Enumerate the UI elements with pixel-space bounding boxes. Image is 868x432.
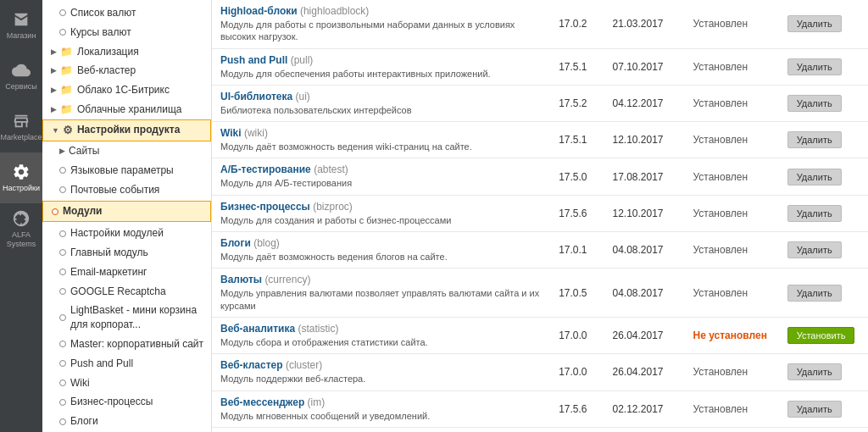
module-status: Установлен (686, 232, 778, 269)
nav-item-oblachnye[interactable]: ▶ 📁 Облачные хранилища (42, 100, 211, 119)
nav-item-yazykovye[interactable]: Языковые параметры (42, 161, 211, 180)
nav-item-nastrojki-produkta[interactable]: ▼ ⚙ Настройки продукта (42, 119, 211, 141)
table-row: UI-библиотека (ui)Библиотека пользовател… (212, 85, 868, 121)
nav-item-pochtovye[interactable]: Почтовые события (42, 180, 211, 200)
module-status: Установлен (686, 354, 778, 390)
sidebar-icon-marketplace[interactable]: Marketplace (0, 102, 42, 152)
sidebar-icon-magasin[interactable]: Магазин (0, 0, 42, 51)
module-status: Установлен (686, 0, 778, 48)
nav-item-kursy-valyut[interactable]: Курсы валют (42, 23, 211, 42)
nav-bullet (59, 399, 66, 406)
module-action-cell: Установить (779, 317, 868, 353)
nav-bullet (52, 208, 58, 215)
module-action-cell: Удалить (779, 158, 868, 195)
install-button[interactable]: Установить (787, 327, 855, 344)
nav-item-lightbasket[interactable]: LightBasket - мини корзина для корпорат.… (42, 301, 211, 335)
nav-item-lokalizaciya[interactable]: ▶ 📁 Локализация (42, 42, 211, 62)
remove-button[interactable]: Удалить (787, 169, 842, 186)
nav-item-nastrojki-modulej[interactable]: Настройки модулей (42, 224, 211, 243)
remove-button[interactable]: Удалить (787, 205, 842, 222)
remove-button[interactable]: Удалить (787, 15, 842, 32)
module-title: Блоги (blog) (220, 237, 543, 249)
module-action-cell: Удалить (779, 0, 868, 48)
remove-button[interactable]: Удалить (787, 285, 842, 302)
module-action-cell: Удалить (779, 48, 868, 85)
module-date: 04.08.2017 (605, 232, 686, 269)
remove-button[interactable]: Удалить (787, 58, 842, 75)
nav-bullet (59, 418, 66, 425)
nav-item-blogi[interactable]: Блоги (42, 412, 211, 431)
nav-item-label: Сайты (69, 144, 99, 158)
module-version: 17.5.6 (552, 390, 605, 427)
nav-item-spisok-valyut[interactable]: Список валют (42, 3, 211, 23)
module-version: 17.0.0 (552, 317, 605, 353)
modules-table: Highload-блоки (highloadblock)Модуль для… (212, 0, 868, 432)
module-title: Бизнес-процессы (bizproc) (220, 201, 543, 213)
module-date: 26.04.2017 (605, 317, 686, 353)
nav-item-label: Веб-кластер (77, 64, 136, 78)
module-date: 26.04.2017 (605, 354, 686, 390)
nav-item-label: Master: корпоративный сайт (70, 337, 203, 352)
nav-item-label: Email-маркетинг (70, 265, 147, 280)
module-id: (blog) (253, 237, 280, 249)
module-version: 17.5.2 (552, 85, 605, 121)
nav-tree: Список валют Курсы валют ▶ 📁 Локализация… (42, 0, 212, 432)
nav-bullet (59, 186, 66, 193)
remove-button[interactable]: Удалить (787, 95, 842, 112)
nav-bullet (59, 314, 66, 321)
module-date: 07.10.2017 (605, 48, 686, 85)
nav-bullet (59, 29, 66, 36)
nav-item-veb-klaster[interactable]: ▶ 📁 Веб-кластер (42, 61, 211, 80)
nav-item-biznes-processy[interactable]: Бизнес-процессы (42, 392, 211, 412)
nav-item-label: Курсы валют (70, 25, 131, 40)
module-title: Highload-блоки (highloadblock) (220, 5, 543, 17)
remove-button[interactable]: Удалить (787, 241, 842, 258)
table-row: Highload-блоки (highloadblock)Модуль для… (212, 0, 868, 48)
nav-bullet (59, 167, 66, 174)
nav-item-wiki[interactable]: Wiki (42, 374, 211, 393)
table-row: Веб-аналитика (statistic)Модуль сбора и … (212, 317, 868, 353)
module-action-cell: Удалить (779, 232, 868, 269)
nav-item-label: Push and Pull (70, 357, 133, 371)
module-name-cell: Веб-аналитика (statistic)Модуль сбора и … (212, 317, 552, 353)
remove-button[interactable]: Удалить (787, 401, 842, 418)
nav-item-sajty[interactable]: ▶ Сайты (42, 141, 211, 161)
sidebar-icon-nastrojki[interactable]: Настройки (0, 152, 42, 203)
nav-item-oblako[interactable]: ▶ 📁 Облако 1С-Битрикс (42, 80, 211, 100)
gear-icon: ⚙ (63, 123, 73, 138)
nav-item-google[interactable]: GOOGLE Recaptcha (42, 282, 211, 302)
module-status: Не установлен (686, 317, 778, 353)
remove-button[interactable]: Удалить (787, 363, 842, 380)
module-name-cell: UI-библиотека (ui)Библиотека пользовател… (212, 85, 552, 121)
module-title: UI-библиотека (ui) (220, 91, 543, 102)
module-action-cell: Удалить (779, 390, 868, 427)
remove-button[interactable]: Удалить (787, 131, 842, 148)
module-name-cell: Веб-сервисы (webservice)Модуль позволяющ… (212, 427, 552, 432)
nav-item-label: Облако 1С-Битрикс (77, 83, 170, 97)
nav-item-email[interactable]: Email-маркетинг (42, 263, 211, 282)
module-status: Установлен (686, 390, 778, 427)
nav-bullet (59, 379, 66, 386)
sidebar-icon-servisy[interactable]: Сервисы (0, 51, 42, 102)
nav-bullet (59, 230, 66, 237)
nav-item-label: GOOGLE Recaptcha (70, 285, 166, 299)
module-desc: Модуль даёт возможность ведения блогов н… (220, 251, 543, 263)
nav-bullet (59, 360, 66, 367)
module-id: (bizproc) (313, 201, 353, 213)
sidebar-icons: Магазин Сервисы Marketplace Настройки AL… (0, 0, 42, 432)
nav-item-push-pull[interactable]: Push and Pull (42, 354, 211, 374)
nav-item-glavnyj[interactable]: Главный модуль (42, 243, 211, 263)
nav-bullet (59, 249, 66, 256)
nav-item-moduli[interactable]: Модули (42, 201, 211, 222)
sidebar-icon-alfa[interactable]: ALFA Systems (0, 203, 42, 254)
main-content: Highload-блоки (highloadblock)Модуль для… (212, 0, 868, 432)
table-row: Push and Pull (pull)Модуль для обеспечен… (212, 48, 868, 85)
nav-item-label: LightBasket - мини корзина для корпорат.… (70, 303, 204, 332)
module-version: 17.5.6 (552, 195, 605, 231)
module-id: (currency) (264, 274, 310, 285)
nav-item-master[interactable]: Master: корпоративный сайт (42, 335, 211, 354)
arrow-icon: ▶ (59, 146, 65, 157)
module-desc: Модуль поддержки веб-кластера. (220, 373, 543, 385)
module-desc: Модуль для А/Б-тестирования (220, 177, 543, 189)
table-row: Бизнес-процессы (bizproc)Модуль для созд… (212, 195, 868, 231)
